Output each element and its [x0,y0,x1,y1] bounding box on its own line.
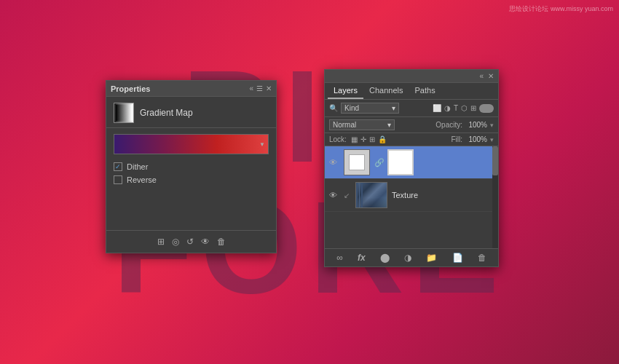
blend-mode-select[interactable]: Normal ▾ [329,119,395,130]
new-layer-icon[interactable]: 📄 [452,253,463,263]
new-layer-mask-icon[interactable]: ◑ [404,253,411,263]
reverse-label: Reverse [127,175,157,184]
layers-scroll-thumb[interactable] [492,146,498,175]
lock-artboard-icon[interactable]: ⊞ [369,135,375,143]
undo-icon[interactable]: ↺ [186,237,194,247]
new-fill-layer-icon[interactable]: ⬤ [380,253,390,263]
gradient-map-icon-inner [116,105,132,121]
layer-eye-icon-1[interactable]: 👁 [329,191,339,199]
menu-icon[interactable]: ☰ [256,84,263,92]
properties-header-icons: « ☰ ✕ [249,84,272,92]
show-hide-icon[interactable]: 👁 [201,237,210,247]
layer-row-adjustment[interactable]: 👁 🔗 [325,146,498,179]
adjustment-filter-icon[interactable]: ◑ [444,104,451,112]
layer-name-1: Texture [392,191,494,199]
blend-chevron: ▾ [387,121,391,129]
layer-link-icon-0: 🔗 [374,158,383,167]
layer-thumb-texture [355,182,387,208]
add-selection-icon[interactable]: ⊞ [157,237,165,247]
collapse-icon[interactable]: « [249,84,253,92]
gradient-map-title-row: Gradient Map [106,97,276,128]
fill-chevron: ▾ [490,136,494,143]
properties-panel-header: Properties « ☰ ✕ [106,81,276,97]
fx-icon[interactable]: fx [358,253,366,263]
type-filter-icon[interactable]: T [454,104,458,112]
dither-label: Dither [127,162,148,171]
lock-move-icon[interactable]: ✛ [360,135,366,143]
layers-collapse-icon[interactable]: « [479,72,484,80]
lock-fill-row: Lock: ▦ ✛ ⊞ 🔒 Fill: 100% ▾ [325,133,498,146]
properties-panel-title: Properties [111,84,150,93]
pixel-filter-icon[interactable]: ⬜ [433,104,441,112]
gradient-bar[interactable] [114,134,269,154]
blend-opacity-row: Normal ▾ Opacity: 100% ▾ [325,117,498,133]
properties-toolbar: ⊞ ◎ ↺ 👁 🗑 [106,230,276,253]
layers-toolbar: ∞ fx ⬤ ◑ 📁 📄 🗑 [325,248,498,266]
tab-layers[interactable]: Layers [328,83,363,99]
layers-search-row: 🔍 Kind ▾ ⬜ ◑ T ⬡ ⊞ [325,100,498,117]
kind-chevron: ▾ [392,104,395,112]
close-icon[interactable]: ✕ [266,84,272,92]
layers-panel: « ✕ Layers Channels Paths 🔍 Kind ▾ ⬜ ◑ T… [324,69,499,267]
background [0,0,619,364]
layers-tabs: Layers Channels Paths [325,83,498,100]
shape-filter-icon[interactable]: ⬡ [461,104,468,112]
lock-all-icon[interactable]: 🔒 [378,135,387,143]
thumb-inner [349,154,365,170]
opacity-row: Opacity: 100% ▾ [435,121,494,129]
layer-mask-thumb [387,149,414,175]
kind-select[interactable]: Kind ▾ [341,103,399,114]
dither-row: Dither [106,160,276,173]
new-group-icon[interactable]: 📁 [426,253,437,263]
layer-eye-icon-0[interactable]: 👁 [329,158,339,167]
blend-mode-value: Normal [333,121,356,129]
layers-close-icon[interactable]: ✕ [488,72,494,80]
tab-paths[interactable]: Paths [409,83,441,99]
properties-panel: Properties « ☰ ✕ Gradient Map Dither Rev… [106,80,277,253]
layer-arrow-1: ↙ [344,191,351,199]
layers-scrollbar[interactable] [492,146,498,248]
reverse-row: Reverse [106,173,276,186]
delete-layer-icon[interactable]: 🗑 [478,253,486,263]
kind-label: Kind [344,104,359,112]
layer-thumb-adjustment [344,149,370,175]
opacity-value: 100% [464,121,487,129]
delete-icon[interactable]: 🗑 [217,237,226,247]
gradient-map-icon [114,103,134,123]
fill-row: Fill: 100% ▾ [451,135,494,143]
fill-value: 100% [464,135,487,143]
layers-list: 👁 🔗 👁 ↙ Texture [325,146,498,248]
link-layers-icon[interactable]: ∞ [336,253,343,263]
filter-icons: ⬜ ◑ T ⬡ ⊞ [433,104,494,113]
search-icon: 🔍 [329,104,338,112]
lock-label: Lock: [329,135,347,143]
gradient-bar-row [106,128,276,160]
smart-filter-icon[interactable]: ⊞ [470,104,476,112]
layer-row-texture[interactable]: 👁 ↙ Texture [325,179,498,212]
reverse-checkbox[interactable] [114,175,122,184]
toggle-filter-icon[interactable] [479,104,494,113]
fill-label: Fill: [451,135,462,143]
gradient-map-label: Gradient Map [140,108,193,118]
opacity-label: Opacity: [435,121,462,129]
tab-channels[interactable]: Channels [363,83,409,99]
lock-checkerboard-icon[interactable]: ▦ [351,135,358,143]
opacity-chevron: ▾ [490,122,494,129]
watermark: 思绘设计论坛 www.missy yuan.com [509,4,613,14]
eye-visibility-icon[interactable]: ◎ [172,237,179,247]
dither-checkbox[interactable] [114,162,122,171]
